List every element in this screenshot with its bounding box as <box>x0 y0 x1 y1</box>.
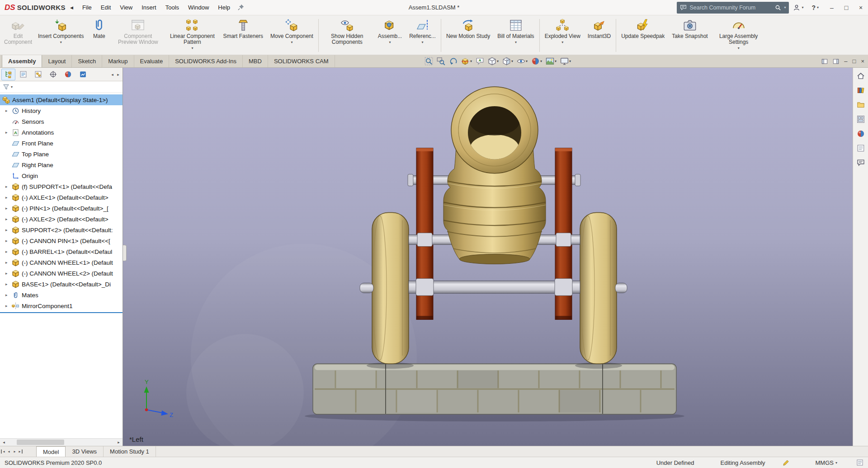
dropdown-caret-icon[interactable]: ▾ <box>291 40 292 44</box>
expand-arrow-icon[interactable]: ▸ <box>5 304 12 308</box>
expand-arrow-icon[interactable]: ▸ <box>5 108 12 113</box>
large-assembly-settings-button[interactable]: Large Assembly Settings ▾ <box>712 16 766 55</box>
dropdown-caret-icon[interactable]: ▾ <box>555 59 557 63</box>
tree-item[interactable]: ▸ BASE<1> (Default<<Default>_Di <box>0 279 123 290</box>
tree-item[interactable]: ▸ Sensors <box>0 116 123 127</box>
menu-item[interactable]: Insert <box>137 0 161 15</box>
tree-item[interactable]: ▸ MirrorComponent1 <box>0 300 123 311</box>
expand-arrow-icon[interactable]: ▸ <box>5 239 12 243</box>
user-account-button[interactable]: ▾ <box>789 0 807 15</box>
tree-item[interactable]: ▸ (-) PIN<1> (Default<<Default>_[ <box>0 203 123 214</box>
document-tab[interactable]: Model <box>36 446 66 457</box>
tree-item[interactable]: ▸ (-) CANNON PIN<1> (Default<<[ <box>0 235 123 246</box>
linear-component-pattern-button[interactable]: Linear Component Pattern ▾ <box>165 16 219 55</box>
tree-item[interactable]: ▸ Right Plane <box>0 159 123 170</box>
filter-icon[interactable] <box>3 84 9 90</box>
section-view-button[interactable]: ▾ <box>460 56 473 66</box>
base-part[interactable] <box>313 364 676 414</box>
expand-arrow-icon[interactable]: ▸ <box>5 217 12 221</box>
tree-item[interactable]: ▸ (-) BARREL<1> (Default<<Defaul <box>0 246 123 257</box>
featuremanager-tree-tab[interactable] <box>1 69 15 80</box>
menu-item[interactable]: Help <box>213 0 235 15</box>
command-tab[interactable]: Sketch <box>72 55 102 67</box>
dimxpertmanager-tab[interactable] <box>46 69 60 80</box>
pane-right-icon[interactable] <box>833 58 839 65</box>
panel-tabs-scroll-right-icon[interactable]: ▸ <box>115 72 121 77</box>
instant3d-button[interactable]: Instant3D ▾ <box>584 16 614 55</box>
dropdown-caret-icon[interactable]: ▾ <box>511 59 513 63</box>
insert-components-button[interactable]: Insert Components ▾ <box>34 16 87 55</box>
command-tab[interactable]: SOLIDWORKS CAM <box>268 55 335 67</box>
command-tab[interactable]: Layout <box>42 55 72 67</box>
scroll-right-icon[interactable]: ▸ <box>115 440 123 445</box>
view-settings-button[interactable]: ▾ <box>559 56 572 66</box>
previous-view-button[interactable]: ▾ <box>448 56 459 66</box>
custom-properties-tab[interactable] <box>854 142 867 154</box>
document-tab[interactable]: 3D Views <box>66 446 104 457</box>
menu-item[interactable]: Window <box>184 0 213 15</box>
doc-minimize-button[interactable]: – <box>844 58 847 65</box>
expand-arrow-icon[interactable]: ▸ <box>5 130 12 135</box>
appearances-scenes-tab[interactable] <box>854 128 867 139</box>
units-selector[interactable]: MMGS ▾ <box>816 459 837 466</box>
command-tab[interactable]: MBD <box>243 55 268 67</box>
command-tab[interactable]: SOLIDWORKS Add-Ins <box>169 55 243 67</box>
scroll-left-icon[interactable]: ◂ <box>0 440 8 445</box>
dropdown-caret-icon[interactable]: ▾ <box>738 46 740 50</box>
reference-geometry-button[interactable]: Referenc... ▾ <box>406 16 439 55</box>
propertymanager-tab[interactable] <box>16 69 30 80</box>
forum-tab[interactable] <box>854 157 867 168</box>
menu-item[interactable]: View <box>115 0 137 15</box>
tree-item[interactable]: ▸ Top Plane <box>0 149 123 159</box>
next-tab-icon[interactable]: ▸ <box>12 449 18 454</box>
panel-tabs-scroll-left-icon[interactable]: ◂ <box>109 72 115 77</box>
dropdown-caret-icon[interactable]: ▾ <box>422 40 424 44</box>
dropdown-caret-icon[interactable]: ▾ <box>191 46 193 50</box>
dropdown-caret-icon[interactable]: ▾ <box>389 40 391 44</box>
custom-properties-icon[interactable] <box>856 459 863 466</box>
assembly-features-button[interactable]: Assemb... ▾ <box>374 16 406 55</box>
tree-item[interactable]: ▸ Mates <box>0 290 123 300</box>
new-motion-study-button[interactable]: New Motion Study ▾ <box>443 16 494 55</box>
doc-restore-button[interactable]: □ <box>853 58 856 65</box>
cannon-wheel-right-part[interactable] <box>580 213 617 364</box>
tree-item[interactable]: ▸ (f) SUPPORT<1> (Default<<Defa <box>0 181 123 192</box>
dropdown-caret-icon[interactable]: ▾ <box>60 40 62 44</box>
dropdown-caret-icon[interactable]: ▾ <box>540 59 542 63</box>
menu-item[interactable]: Edit <box>96 0 115 15</box>
pane-left-icon[interactable] <box>821 58 828 65</box>
mate-button[interactable]: Mate ▾ <box>87 16 111 55</box>
document-tab[interactable]: Motion Study 1 <box>104 446 156 457</box>
dropdown-caret-icon[interactable]: ▾ <box>561 40 563 44</box>
tree-item[interactable]: ▸ (-) CANNON WHEEL<1> (Default <box>0 257 123 268</box>
doc-close-button[interactable]: × <box>861 58 864 65</box>
expand-arrow-icon[interactable]: ▸ <box>5 271 12 276</box>
display-style-button[interactable]: ▾ <box>501 56 514 66</box>
expand-arrow-icon[interactable]: ▸ <box>5 195 12 200</box>
dropdown-caret-icon[interactable]: ▾ <box>569 59 571 63</box>
command-tab[interactable]: Markup <box>102 55 134 67</box>
filter-caret-icon[interactable]: ▾ <box>11 85 13 89</box>
barrel-part[interactable] <box>443 87 546 264</box>
scrollbar-thumb[interactable] <box>17 440 64 445</box>
tree-item[interactable]: ▸ Front Plane <box>0 138 123 149</box>
dropdown-caret-icon[interactable]: ▾ <box>497 59 499 63</box>
dynamic-annotation-views-button[interactable]: ▾ <box>474 56 486 66</box>
zoom-to-fit-button[interactable]: ▾ <box>423 56 434 66</box>
tree-item[interactable]: ▸ Annotations <box>0 127 123 138</box>
move-component-button[interactable]: Move Component ▾ <box>267 16 317 55</box>
hide-show-items-button[interactable]: ▾ <box>515 56 529 66</box>
pin-menu-icon[interactable] <box>237 4 244 11</box>
tree-item-root[interactable]: Assem1 (Default<Display State-1>) <box>0 94 123 105</box>
panel-splitter-handle[interactable] <box>123 245 127 261</box>
search-icon[interactable] <box>775 5 781 11</box>
expand-arrow-icon[interactable]: ▸ <box>5 249 12 254</box>
design-library-tab[interactable] <box>854 84 867 96</box>
dropdown-caret-icon[interactable]: ▾ <box>470 59 472 63</box>
component-preview-window-button[interactable]: Component Preview Window ▾ <box>111 16 165 55</box>
view-orientation-button[interactable]: ▾ <box>486 56 500 66</box>
bill-of-materials-button[interactable]: Bill of Materials ▾ <box>494 16 538 55</box>
smart-fasteners-button[interactable]: Smart Fasteners ▾ <box>219 16 267 55</box>
zoom-to-area-button[interactable]: ▾ <box>435 56 447 66</box>
tree-item[interactable]: ▸ History <box>0 105 123 116</box>
